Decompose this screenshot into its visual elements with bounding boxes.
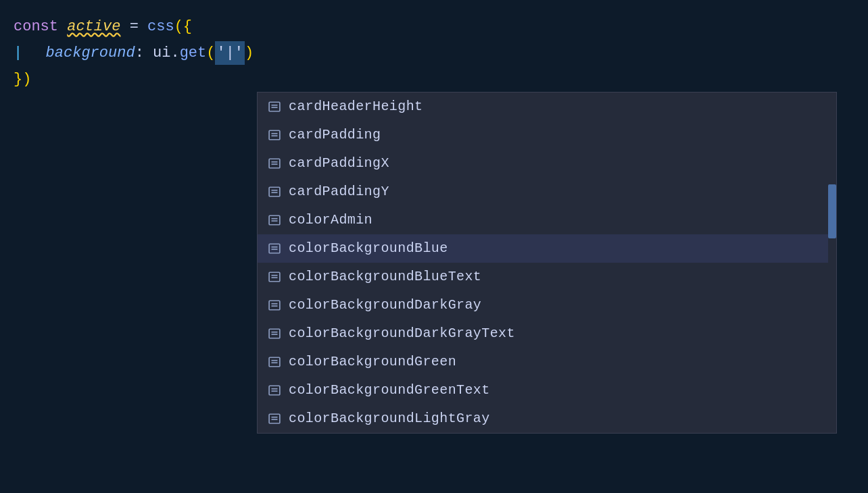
- operator-equals: =: [120, 15, 147, 38]
- paren-close-2: ): [245, 41, 254, 65]
- autocomplete-item[interactable]: colorBackgroundLightGray: [258, 405, 836, 433]
- method-get: get: [180, 41, 207, 65]
- svg-rect-18: [269, 272, 280, 282]
- autocomplete-item-label: cardHeaderHeight: [289, 97, 423, 117]
- variable-icon: [267, 213, 282, 228]
- svg-rect-33: [269, 414, 280, 423]
- svg-rect-21: [269, 301, 280, 310]
- property-background: background: [28, 41, 135, 65]
- object-ui: ui: [153, 41, 170, 65]
- scrollbar-thumb[interactable]: [828, 184, 836, 238]
- autocomplete-item-label: colorBackgroundLightGray: [289, 409, 490, 429]
- autocomplete-item-label: colorBackgroundBlueText: [289, 267, 481, 287]
- variable-icon: [267, 298, 282, 313]
- autocomplete-item[interactable]: cardPaddingX: [258, 149, 836, 178]
- svg-rect-3: [269, 130, 280, 140]
- variable-icon: [267, 128, 282, 142]
- autocomplete-item[interactable]: colorBackgroundGreenText: [258, 376, 836, 405]
- variable-name: active: [67, 15, 120, 38]
- paren-close: ): [22, 68, 31, 91]
- paren-open-2: (: [206, 41, 215, 65]
- autocomplete-item[interactable]: colorAdmin: [258, 206, 836, 234]
- autocomplete-list: cardHeaderHeight cardPadding cardPadding…: [258, 93, 836, 433]
- scrollbar-track[interactable]: [828, 93, 836, 433]
- code-line-3: }): [0, 66, 868, 93]
- autocomplete-item[interactable]: cardPaddingY: [258, 178, 836, 206]
- svg-rect-0: [269, 102, 280, 111]
- variable-icon: [267, 156, 282, 171]
- autocomplete-item-label: cardPadding: [289, 125, 381, 145]
- paren-open: (: [174, 15, 183, 38]
- code-line-1: const active = css({: [0, 14, 868, 40]
- variable-icon: [267, 326, 282, 341]
- autocomplete-item[interactable]: cardPadding: [258, 121, 836, 149]
- autocomplete-item[interactable]: colorBackgroundBlueText: [258, 263, 836, 291]
- variable-icon: [267, 355, 282, 369]
- autocomplete-item-label: colorBackgroundGreen: [289, 352, 456, 372]
- colon: :: [135, 41, 153, 65]
- autocomplete-item-label: cardPaddingX: [289, 153, 389, 174]
- editor-area: const active = css({ | background: ui.ge…: [0, 0, 868, 493]
- svg-rect-15: [269, 244, 280, 253]
- keyword-const: const: [14, 15, 67, 38]
- autocomplete-item[interactable]: colorBackgroundDarkGrayText: [258, 319, 836, 348]
- svg-rect-27: [269, 357, 280, 367]
- svg-rect-9: [269, 187, 280, 197]
- autocomplete-item-label: colorBackgroundDarkGrayText: [289, 323, 515, 344]
- brace-open: {: [183, 15, 192, 38]
- svg-rect-24: [269, 329, 280, 338]
- autocomplete-item[interactable]: cardHeaderHeight: [258, 93, 836, 121]
- autocomplete-item-label: colorBackgroundBlue: [289, 238, 448, 259]
- autocomplete-item-label: colorBackgroundGreenText: [289, 380, 490, 400]
- dot: .: [170, 41, 179, 65]
- line-indicator: |: [14, 41, 22, 65]
- autocomplete-item[interactable]: colorBackgroundDarkGray: [258, 291, 836, 319]
- autocomplete-dropdown: cardHeaderHeight cardPadding cardPadding…: [257, 92, 837, 434]
- cursor-text: '|': [215, 41, 245, 65]
- svg-rect-30: [269, 386, 280, 395]
- autocomplete-item-label: cardPaddingY: [289, 182, 389, 202]
- autocomplete-item-label: colorBackgroundDarkGray: [289, 295, 481, 315]
- autocomplete-item-label: colorAdmin: [289, 210, 372, 230]
- variable-icon: [267, 411, 282, 426]
- code-line-2: | background: ui.get('|'): [0, 40, 868, 66]
- brace-close: }: [14, 68, 22, 91]
- variable-icon: [267, 99, 282, 114]
- variable-icon: [267, 383, 282, 398]
- autocomplete-item[interactable]: colorBackgroundGreen: [258, 348, 836, 376]
- variable-icon: [267, 241, 282, 256]
- autocomplete-item[interactable]: colorBackgroundBlue: [258, 234, 836, 263]
- svg-rect-6: [269, 159, 280, 168]
- variable-icon: [267, 184, 282, 199]
- function-css: css: [147, 15, 174, 38]
- variable-icon: [267, 269, 282, 284]
- svg-rect-12: [269, 215, 280, 225]
